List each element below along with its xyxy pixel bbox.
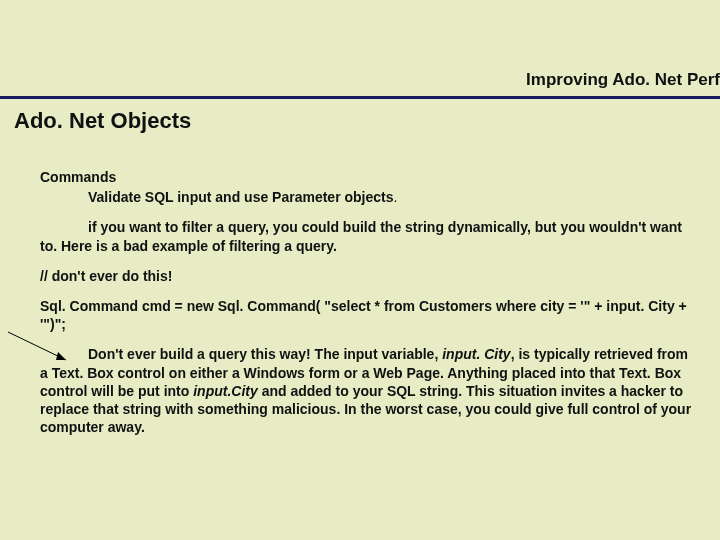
p2-a: Don't ever build a query this way! The i… xyxy=(88,346,442,362)
p2-var2: input.City xyxy=(193,383,258,399)
header-band: Improving Ado. Net Perf xyxy=(0,0,720,99)
commands-point: Validate SQL input and use Parameter obj… xyxy=(88,188,696,206)
content-block: Commands Validate SQL input and use Para… xyxy=(40,168,696,448)
p2-var1: input. City xyxy=(442,346,510,362)
code-line: Sql. Command cmd = new Sql. Command( "se… xyxy=(40,297,696,333)
slide-title: Ado. Net Objects xyxy=(14,108,191,134)
commands-point-period: . xyxy=(394,189,398,205)
paragraph-1: if you want to filter a query, you could… xyxy=(40,218,696,254)
paragraph-2: Don't ever build a query this way! The i… xyxy=(40,345,696,436)
paragraph-1-text: if you want to filter a query, you could… xyxy=(40,219,682,253)
warning-line: // don't ever do this! xyxy=(40,267,696,285)
commands-point-bold: Validate SQL input and use Parameter obj… xyxy=(88,189,394,205)
header-right-label: Improving Ado. Net Perf xyxy=(526,70,720,90)
slide: Improving Ado. Net Perf Ado. Net Objects… xyxy=(0,0,720,540)
commands-heading: Commands xyxy=(40,168,696,186)
